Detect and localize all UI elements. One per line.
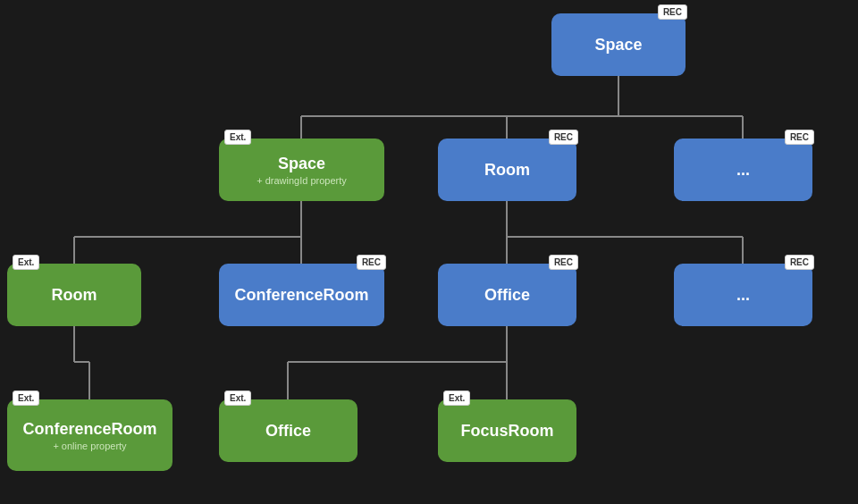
space-green-sublabel: + drawingId property	[257, 175, 347, 186]
rec-badge-dots1: REC	[785, 130, 814, 145]
space-blue-node: REC Space	[551, 13, 686, 76]
dots2-blue-node: REC ...	[674, 264, 812, 326]
rec-badge: REC	[658, 4, 687, 20]
room-blue-label: Room	[484, 161, 530, 180]
rec-badge-dots2: REC	[785, 255, 814, 270]
confroom-blue-label: ConferenceRoom	[234, 286, 368, 305]
room-blue-node: REC Room	[438, 139, 576, 201]
focusroom-green-node: Ext. FocusRoom	[438, 399, 576, 462]
dots2-label: ...	[736, 286, 750, 305]
room-green-node: Ext. Room	[7, 264, 141, 326]
ext-badge-office: Ext.	[224, 391, 251, 406]
ext-badge-focusroom: Ext.	[443, 391, 470, 406]
office-green-node: Ext. Office	[219, 399, 358, 462]
office-blue-label: Office	[484, 286, 530, 305]
ext-badge-confroom: Ext.	[13, 391, 39, 406]
confroom-green-sublabel: + online property	[53, 441, 126, 451]
dots1-label: ...	[736, 161, 750, 180]
ext-badge-room: Ext.	[13, 255, 39, 270]
space-green-label: Space	[278, 155, 325, 173]
room-green-label: Room	[52, 286, 97, 305]
rec-badge-office: REC	[549, 255, 578, 270]
ext-badge: Ext.	[224, 130, 251, 145]
office-blue-node: REC Office	[438, 264, 576, 326]
office-green-label: Office	[265, 422, 311, 441]
confroom-blue-node: REC ConferenceRoom	[219, 264, 384, 326]
space-green-node: Ext. Space + drawingId property	[219, 139, 384, 201]
confroom-green-label: ConferenceRoom	[22, 420, 156, 439]
focusroom-green-label: FocusRoom	[460, 422, 553, 441]
confroom-green-node: Ext. ConferenceRoom + online property	[7, 399, 172, 471]
rec-badge-confroom: REC	[357, 255, 386, 270]
space-blue-label: Space	[594, 36, 642, 55]
dots1-blue-node: REC ...	[674, 139, 812, 201]
rec-badge-room: REC	[549, 130, 578, 145]
